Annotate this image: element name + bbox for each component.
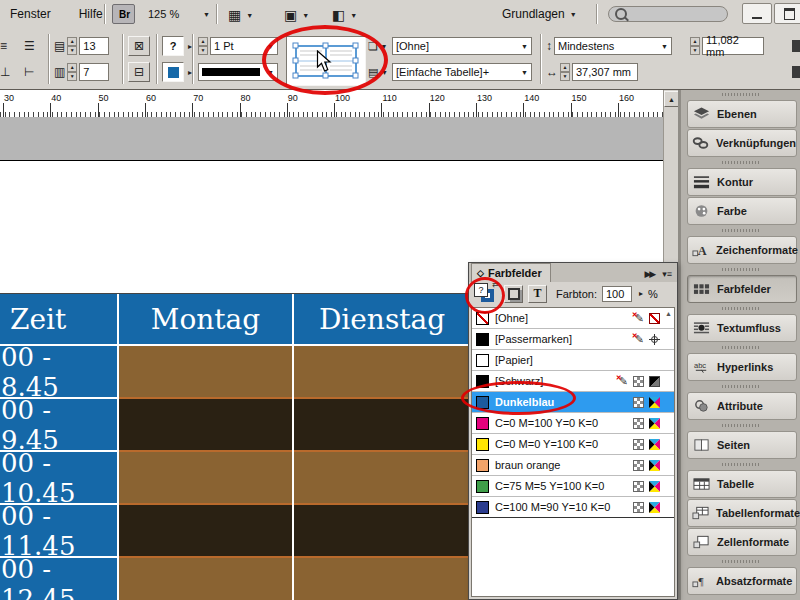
dock-item-ebenen[interactable]: Ebenen — [687, 100, 797, 128]
valign-top-icon[interactable]: ≡ — [0, 40, 7, 52]
swatch-row-icons — [633, 397, 660, 408]
swatch-row-c0m100y0k0[interactable]: C=0 M=100 Y=0 K=0 — [472, 413, 674, 434]
fill-stroke-proxy[interactable]: ? ⇄ — [473, 283, 499, 305]
bridge-button[interactable]: Br — [112, 4, 135, 24]
menu-item-fenster[interactable]: Fenster — [10, 7, 51, 21]
tab-farbfelder[interactable]: ◇ Farbfelder — [471, 263, 551, 282]
flyout-arrow-icon: ▾ — [382, 42, 386, 51]
tint-field[interactable]: 100 — [602, 286, 632, 302]
rows-count-field[interactable]: 13 — [79, 37, 109, 55]
fill-proxy-icon[interactable]: ? — [474, 283, 488, 297]
menu-item-hilfe[interactable]: Hilfe — [79, 7, 103, 21]
timetable-header-zeit: Zeit — [0, 294, 117, 346]
timetable[interactable]: ZeitMontagDienstag00 - 8.4500 - 9.4500 -… — [0, 293, 470, 600]
swatch-row-c0m0y100k0[interactable]: C=0 M=0 Y=100 K=0 — [472, 434, 674, 455]
dock-item-farbe[interactable]: Farbe — [687, 197, 797, 225]
dock-item-seiten[interactable]: Seiten — [687, 431, 797, 459]
swatch-row-braunorange[interactable]: braun orange — [472, 455, 674, 476]
rotate-text-90-icon[interactable]: ⊢ — [24, 66, 34, 78]
swatch-row-papier[interactable]: [Papier] — [472, 350, 674, 371]
swatch-name: [Passermarken] — [495, 333, 572, 345]
search-input[interactable] — [608, 6, 728, 22]
scroll-up-button[interactable]: ▲ — [664, 91, 679, 107]
dock-item-absatzformate[interactable]: ¶Absatzformate — [687, 567, 797, 595]
rotate-text-icon[interactable]: ⊥ — [0, 66, 10, 78]
swatch-row-icons — [633, 481, 660, 492]
dock-item-kontur[interactable]: Kontur — [687, 168, 797, 196]
dock-item-tabelle[interactable]: Tabelle — [687, 470, 797, 498]
swatch-row-c100m90y10k0[interactable]: C=100 M=90 Y=10 K=0 — [472, 497, 674, 518]
valign-center-icon[interactable]: ☰ — [24, 40, 35, 52]
horizontal-ruler: 30405060708090100110120130140150160 — [0, 90, 663, 118]
panel-group-grip[interactable] — [681, 304, 800, 313]
dock-item-label: Verknüpfungen — [716, 137, 796, 149]
stroke-weight-stepper[interactable]: ▲▼ — [198, 37, 208, 55]
table-style-dropdown[interactable]: [Einfache Tabelle]+ ▼ — [392, 63, 532, 81]
dock-item-tabellenformate[interactable]: Tabellenformate — [687, 499, 797, 527]
split-cells-button[interactable]: ⊟ — [128, 62, 150, 82]
maximize-button[interactable] — [774, 3, 800, 24]
dock-item-textumfluss[interactable]: Textumfluss — [687, 314, 797, 342]
dock-item-zeichenformate[interactable]: AZeichenformate — [687, 236, 797, 264]
stroke-type-dropdown[interactable]: ▼ — [198, 63, 278, 81]
panel-tab-bar: ◇ Farbfelder ▶▶ ▾≡ — [469, 263, 677, 282]
view-options-dropdown[interactable]: ▣ ▼ — [284, 5, 309, 25]
merge-cells-button[interactable]: ⊠ — [128, 36, 150, 56]
panel-group-grip[interactable] — [681, 226, 800, 235]
swap-fill-stroke-icon[interactable]: ⇄ — [492, 280, 499, 289]
rows-stepper[interactable]: ▲▼ — [67, 37, 77, 55]
schedule-cell — [119, 399, 292, 452]
swatch-row-dunkelblau[interactable]: Dunkelblau — [472, 392, 674, 413]
column-width-stepper[interactable]: ▲▼ — [560, 63, 570, 81]
row-height-stepper[interactable]: ▲▼ — [690, 37, 700, 55]
list-scroll-up-icon[interactable]: ▲ — [665, 310, 672, 317]
stroke-color-button[interactable]: ? — [162, 36, 184, 56]
column-width-field[interactable]: 37,307 mm — [572, 63, 638, 81]
pages-view-dropdown[interactable]: ▦ ▼ — [228, 5, 253, 25]
color-mode-icon — [633, 418, 644, 429]
hyperlinks-icon: abc — [692, 360, 710, 374]
screen-mode-dropdown[interactable]: ◧ ▼ — [332, 5, 357, 25]
panel-collapse-icon[interactable]: ◇ — [477, 268, 484, 278]
swatch-row-ohne[interactable]: [Ohne]✎ — [472, 308, 674, 329]
minimize-button[interactable] — [742, 3, 772, 24]
panel-group-grip[interactable] — [681, 382, 800, 391]
cell-fill-color-button[interactable] — [162, 62, 184, 82]
columns-count-field[interactable]: 7 — [79, 63, 109, 81]
panel-group-grip[interactable] — [681, 90, 800, 99]
columns-stepper[interactable]: ▲▼ — [67, 63, 77, 81]
swatch-row-passermarken[interactable]: [Passermarken]✎ — [472, 329, 674, 350]
panel-group-grip[interactable] — [681, 343, 800, 352]
cell-style-icon[interactable]: ❏ — [368, 41, 378, 52]
cell-style-dropdown[interactable]: [Ohne] ▼ — [392, 37, 532, 55]
dock-item-farbfelder[interactable]: Farbfelder — [687, 275, 797, 303]
swatch-row-c75m5y100k0[interactable]: C=75 M=5 Y=100 K=0 — [472, 476, 674, 497]
collapse-to-icons-icon[interactable]: ▶▶ — [644, 269, 654, 279]
panel-group-grip[interactable] — [681, 265, 800, 274]
search-icon — [615, 8, 627, 20]
table-style-icon[interactable]: ▤ — [368, 67, 378, 78]
dock-item-label: Zellenformate — [717, 536, 789, 548]
dock-item-attribute[interactable]: Attribute — [687, 392, 797, 420]
swatch-row-schwarz[interactable]: [Schwarz]✎ — [472, 371, 674, 392]
frame-view-icon: ▣ — [284, 8, 297, 22]
panel-group-grip[interactable] — [681, 158, 800, 167]
tint-flyout-icon[interactable]: ▸ — [639, 289, 643, 298]
dock-item-hyperlinks[interactable]: abcHyperlinks — [687, 353, 797, 381]
menu-bar: FensterHilfe Br 125 % ▼ ▦ ▼ ▣ ▼ ◧ ▼ Grun… — [0, 0, 800, 29]
panel-group-grip[interactable] — [681, 557, 800, 566]
zoom-level-dropdown[interactable]: 125 % ▼ — [148, 4, 210, 24]
formatting-affects-text-button[interactable]: T — [528, 285, 547, 303]
stroke-weight-dropdown[interactable]: 1 Pt ▼ — [210, 37, 278, 55]
panel-group-grip[interactable] — [681, 460, 800, 469]
panel-menu-icon[interactable]: ▾≡ — [662, 269, 672, 279]
dock-item-verknüpfungen[interactable]: Verknüpfungen — [687, 129, 797, 157]
panel-group-grip[interactable] — [681, 421, 800, 430]
formatting-affects-container-button[interactable] — [504, 285, 523, 303]
row-height-field[interactable]: 11,082 mm — [702, 37, 764, 55]
dock-item-zellenformate[interactable]: Zellenformate — [687, 528, 797, 556]
swatch-row-icons: ✎ — [635, 334, 660, 345]
workspace-dropdown[interactable]: Grundlagen ▼ — [502, 4, 577, 24]
row-height-mode-dropdown[interactable]: Mindestens ▼ — [554, 37, 672, 55]
flyout-arrow-icon: ▾ — [382, 68, 386, 77]
